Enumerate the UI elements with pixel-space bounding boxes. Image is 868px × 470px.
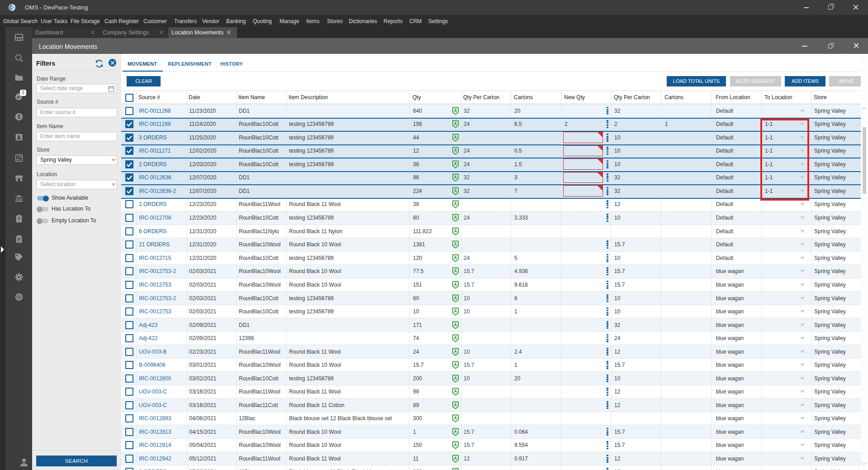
- svg-text:$: $: [18, 114, 21, 120]
- svg-text:?: ?: [18, 216, 20, 221]
